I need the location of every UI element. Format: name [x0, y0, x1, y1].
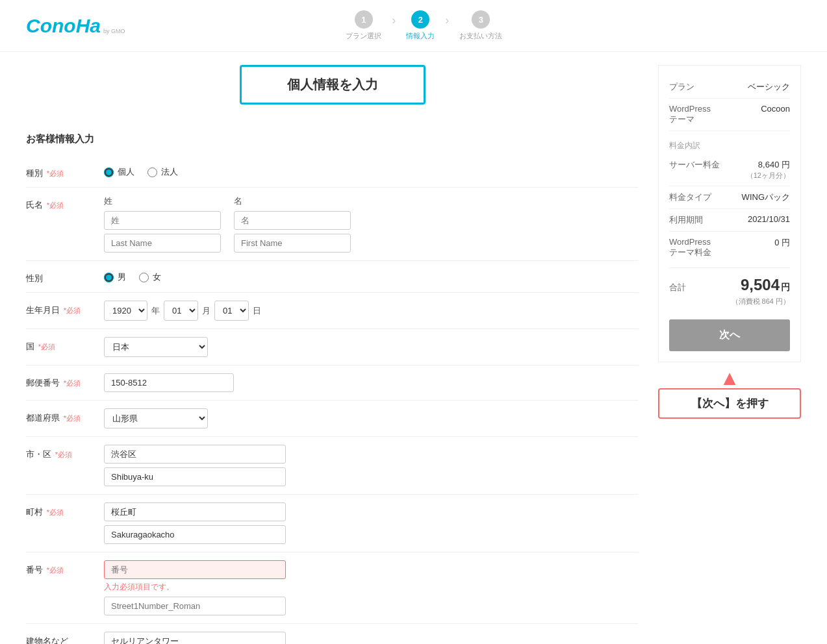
city-label: 市・区 *必須	[26, 445, 104, 460]
step-arrow-2: ›	[445, 14, 449, 27]
step-3: 3 お支払い方法	[459, 10, 502, 41]
city-row: 市・区 *必須	[26, 437, 639, 495]
server-fee-sub: （12ヶ月分）	[746, 171, 790, 180]
usage-period-value: 2021/10/31	[748, 214, 790, 224]
postal-row: 郵便番号 *必須	[26, 365, 639, 401]
name-row: 氏名 *必須 姓 名	[26, 188, 639, 261]
step-2-label: 情報入力	[406, 31, 435, 41]
callout-container: ▲ 【次へ】を押す	[658, 367, 801, 419]
form-area: 個人情報を入力 お客様情報入力 種別 *必須 個人 法人	[26, 65, 639, 644]
wp-theme-label: WordPress テーマ	[669, 104, 711, 125]
usage-period-row: 利用期間 2021/10/31	[669, 209, 790, 232]
logo-bygmo: by GMO	[103, 28, 125, 34]
name-content: 姓 名	[104, 195, 639, 253]
server-fee-row: サーバー料金 8,640 円 （12ヶ月分）	[669, 154, 790, 186]
plan-label: プラン	[669, 81, 694, 93]
kind-content: 個人 法人	[104, 164, 639, 178]
prefecture-select[interactable]: 山形県東京都大阪府	[104, 408, 208, 428]
fee-type-row: 料金タイプ WINGパック	[669, 186, 790, 209]
total-section: 合計 9,504 円 （消費税 864 円）	[669, 267, 790, 306]
prefecture-row: 都道府県 *必須 山形県東京都大阪府	[26, 401, 639, 437]
server-fee-label: サーバー料金	[669, 159, 720, 171]
birthday-content: 192019211922195019801990 年 0102030405060…	[104, 301, 639, 321]
step-1-circle: 1	[355, 10, 373, 29]
number-content: 入力必須項目です。	[104, 560, 639, 615]
last-name-input[interactable]	[104, 211, 221, 230]
fee-breakdown-section: 料金内訳 サーバー料金 8,640 円 （12ヶ月分） 料金タイプ WINGパッ…	[669, 131, 790, 265]
country-label: 国 *必須	[26, 337, 104, 353]
city-input[interactable]	[104, 445, 286, 464]
main-area: 個人情報を入力 お客様情報入力 種別 *必須 個人 法人	[0, 52, 827, 644]
number-row: 番号 *必須 入力必須項目です。	[26, 552, 639, 624]
logo-conoha: ConoHa	[26, 15, 101, 37]
total-label: 合計	[669, 282, 686, 293]
prefecture-label: 都道府県 *必須	[26, 408, 104, 424]
total-amount: 9,504	[741, 276, 780, 294]
wp-theme-fee-value: 0 円	[774, 237, 790, 249]
wp-theme-row: WordPress テーマ Cocoon	[669, 99, 790, 131]
gender-female-radio[interactable]	[139, 273, 149, 282]
building-content	[104, 632, 639, 644]
building-label: 建物名など	[26, 632, 104, 644]
gender-male[interactable]: 男	[104, 271, 126, 283]
number-roman-input[interactable]	[104, 597, 286, 615]
name-label: 氏名 *必須	[26, 195, 104, 211]
page-title-banner: 個人情報を入力	[240, 65, 426, 105]
kind-kojin[interactable]: 個人	[104, 166, 134, 178]
first-name-roman-input[interactable]	[234, 234, 351, 253]
number-label: 番号 *必須	[26, 560, 104, 576]
kind-hojin[interactable]: 法人	[147, 166, 178, 178]
year-select[interactable]: 192019211922195019801990	[104, 301, 147, 321]
postal-content	[104, 373, 639, 392]
town-roman-input[interactable]	[104, 525, 286, 544]
city-content	[104, 445, 639, 486]
first-name-input[interactable]	[234, 211, 351, 230]
building-input[interactable]	[104, 632, 286, 644]
wp-theme-fee-row: WordPress テーマ料金 0 円	[669, 232, 790, 264]
fee-type-label: 料金タイプ	[669, 192, 711, 203]
kind-row: 種別 *必須 個人 法人	[26, 156, 639, 188]
kind-label: 種別 *必須	[26, 164, 104, 179]
country-row: 国 *必須 日本アメリカ中国	[26, 329, 639, 365]
step-3-label: お支払い方法	[459, 31, 502, 41]
step-1: 1 プラン選択	[346, 10, 381, 41]
birthday-row: 生年月日 *必須 192019211922195019801990 年 0102…	[26, 293, 639, 329]
kind-hojin-radio[interactable]	[147, 167, 157, 177]
sidebar-box: プラン ベーシック WordPress テーマ Cocoon 料金内訳 サーバー…	[658, 65, 801, 362]
postal-label: 郵便番号 *必須	[26, 373, 104, 389]
gender-female[interactable]: 女	[139, 271, 161, 283]
month-select[interactable]: 010203040506070809101112	[164, 301, 198, 321]
number-error-text: 入力必須項目です。	[104, 582, 639, 593]
day-select[interactable]: 0102031015202531	[214, 301, 249, 321]
callout-box: 【次へ】を押す	[658, 388, 801, 419]
fee-type-value: WINGパック	[742, 192, 790, 203]
usage-period-label: 利用期間	[669, 214, 703, 226]
sidebar: プラン ベーシック WordPress テーマ Cocoon 料金内訳 サーバー…	[658, 65, 801, 644]
total-row: 合計 9,504 円	[669, 268, 790, 297]
building-row: 建物名など	[26, 624, 639, 644]
gender-male-radio[interactable]	[104, 273, 114, 282]
page-title: 個人情報を入力	[261, 73, 404, 96]
city-roman-input[interactable]	[104, 467, 286, 486]
wp-theme-fee-label: WordPress テーマ料金	[669, 237, 711, 258]
last-name-roman-input[interactable]	[104, 234, 221, 253]
country-select[interactable]: 日本アメリカ中国	[104, 337, 208, 357]
town-input[interactable]	[104, 502, 286, 521]
section-title: お客様情報入力	[26, 133, 639, 145]
wp-theme-value: Cocoon	[761, 104, 790, 114]
plan-value: ベーシック	[748, 81, 790, 93]
logo: ConoHa by GMO	[26, 15, 125, 37]
last-name-group: 姓	[104, 195, 221, 253]
next-button[interactable]: 次へ	[669, 319, 790, 351]
step-2: 2 情報入力	[406, 10, 435, 41]
number-input[interactable]	[104, 560, 286, 579]
birthday-label: 生年月日 *必須	[26, 301, 104, 316]
prefecture-content: 山形県東京都大阪府	[104, 408, 639, 428]
town-content	[104, 502, 639, 544]
step-2-circle: 2	[411, 10, 429, 29]
postal-input[interactable]	[104, 373, 234, 392]
step-arrow-1: ›	[392, 14, 396, 27]
step-1-label: プラン選択	[346, 31, 381, 41]
plan-row: プラン ベーシック	[669, 76, 790, 99]
kind-kojin-radio[interactable]	[104, 167, 114, 177]
